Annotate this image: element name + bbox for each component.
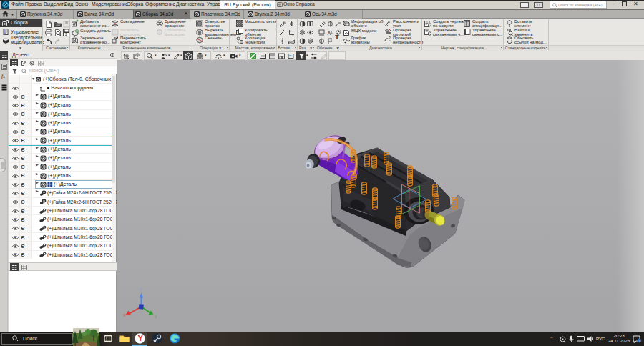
svg-text:z: z xyxy=(140,286,142,292)
svg-text:A: A xyxy=(327,31,331,36)
svg-text:?: ? xyxy=(389,36,391,40)
svg-text:y: y xyxy=(155,312,157,319)
svg-text:x: x xyxy=(123,312,126,318)
svg-text:2: 2 xyxy=(65,32,67,36)
svg-text:Y: Y xyxy=(138,334,144,342)
